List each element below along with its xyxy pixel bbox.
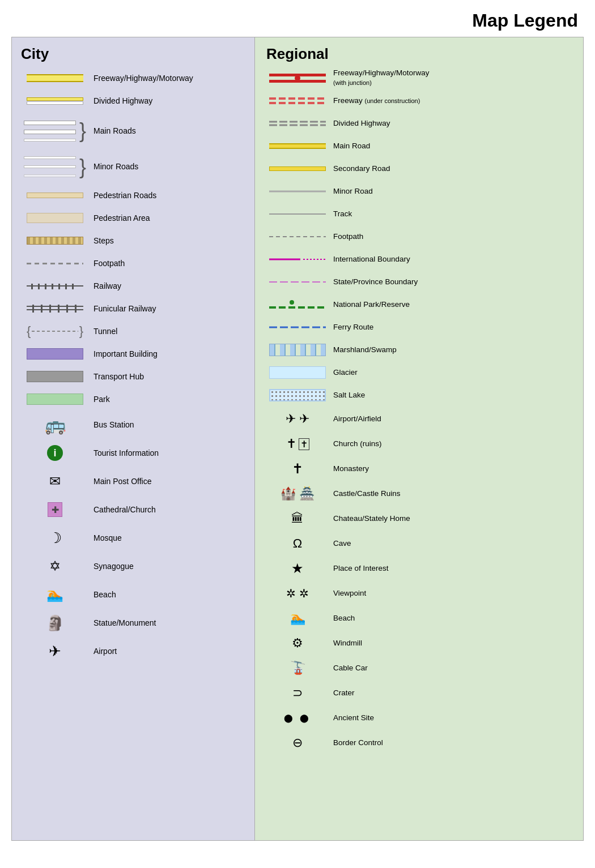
list-item: Track xyxy=(266,204,576,224)
reg-freeway-label: Freeway/Highway/Motorway(with junction) xyxy=(329,69,430,88)
list-item: ✚ Cathedral/Church xyxy=(21,497,248,522)
reg-track-symbol xyxy=(266,212,329,216)
crescent-icon: ☽ xyxy=(38,529,72,547)
list-item: Main Road xyxy=(266,136,576,156)
reg-minor-road-symbol xyxy=(266,190,329,193)
reg-intl-boundary-label: International Boundary xyxy=(329,255,410,264)
list-item: Footpath xyxy=(266,227,576,246)
list-item: National Park/Reserve xyxy=(266,295,576,314)
tourist-info-symbol: i xyxy=(21,445,89,461)
reg-national-park-svg xyxy=(269,300,326,310)
reg-viewpoint-icon: ✲ ✲ xyxy=(286,587,309,600)
reg-footpath-symbol xyxy=(266,235,329,238)
list-item: Freeway (under construction) xyxy=(266,91,576,110)
reg-salt-lake-label: Salt Lake xyxy=(329,391,365,400)
statue-label: Statue/Monument xyxy=(89,618,156,628)
reg-beach-symbol: 🏊 xyxy=(266,611,329,626)
imp-building-symbol xyxy=(21,348,89,360)
park-symbol xyxy=(21,394,89,405)
reg-airport-symbol: ✈ ✈ xyxy=(266,412,329,426)
regional-title: Regional xyxy=(266,45,576,63)
minor-roads-symbol: } xyxy=(21,156,89,177)
reg-track-label: Track xyxy=(329,209,352,219)
star-of-david-icon: ✡ xyxy=(38,558,72,574)
reg-footpath-svg xyxy=(269,235,326,238)
reg-state-boundary-symbol xyxy=(266,280,329,284)
reg-cave-label: Cave xyxy=(329,539,351,549)
beach-city-label: Beach xyxy=(89,590,116,600)
reg-crater-symbol: ⊃ xyxy=(266,686,329,700)
mosque-symbol: ☽ xyxy=(21,529,89,547)
divided-hw-city-label: Divided Highway xyxy=(89,96,152,106)
reg-ferry-svg xyxy=(269,326,326,329)
reg-cave-symbol: Ω xyxy=(266,536,329,551)
list-item: Secondary Road xyxy=(266,159,576,178)
post-office-symbol: ✉ xyxy=(21,473,89,489)
reg-windmill-symbol: ⚙ xyxy=(266,636,329,651)
reg-border-symbol: ⊖ xyxy=(266,736,329,750)
airport-city-icon: ✈ xyxy=(38,643,72,660)
list-item: Pedestrian Roads xyxy=(21,186,248,205)
railway-label: Railway xyxy=(89,281,121,291)
reg-crater-icon: ⊃ xyxy=(292,686,303,700)
list-item: Footpath xyxy=(21,254,248,273)
tunnel-label: Tunnel xyxy=(89,327,117,336)
reg-national-park-label: National Park/Reserve xyxy=(329,300,410,310)
list-item: Park xyxy=(21,390,248,409)
reg-place-label: Place of Interest xyxy=(329,564,389,574)
post-office-label: Main Post Office xyxy=(89,477,151,486)
ped-roads-symbol xyxy=(21,193,89,198)
reg-ferry-label: Ferry Route xyxy=(329,323,373,332)
reg-freeway-uc-label: Freeway (under construction) xyxy=(329,96,420,106)
reg-airport-icon: ✈ ✈ xyxy=(286,412,309,426)
reg-main-road-label: Main Road xyxy=(329,142,370,151)
list-item: } Main Roads xyxy=(21,114,248,148)
freeway-city-symbol xyxy=(21,74,89,82)
reg-castle-label: Castle/Castle Ruins xyxy=(329,489,401,499)
reg-salt-lake-symbol xyxy=(266,389,329,401)
list-item: ✈ Airport xyxy=(21,639,248,664)
reg-crater-label: Crater xyxy=(329,689,355,698)
reg-ancient-icon: ⬤ ⬤ xyxy=(284,713,311,722)
transport-hub-label: Transport Hub xyxy=(89,372,144,382)
mail-icon: ✉ xyxy=(38,473,72,489)
reg-cable-car-icon: 🚡 xyxy=(290,661,305,675)
list-item: { } Tunnel xyxy=(21,322,248,341)
footpath-symbol xyxy=(21,263,89,264)
reg-main-road-symbol xyxy=(266,143,329,149)
page-title: Map Legend xyxy=(0,0,595,37)
reg-cable-car-label: Cable Car xyxy=(329,664,368,673)
svg-rect-2 xyxy=(269,80,326,83)
list-item: Pedestrian Area xyxy=(21,208,248,228)
reg-monastery-icon: ✝ xyxy=(292,461,303,477)
regional-column: Regional Freeway/Highway/Motorway(with j… xyxy=(255,37,584,841)
list-item: International Boundary xyxy=(266,250,576,269)
reg-border-icon: ⊖ xyxy=(292,736,303,750)
reg-church-label: Church (ruins) xyxy=(329,439,382,449)
reg-star-icon: ★ xyxy=(291,561,304,576)
funicular-label: Funicular Railway xyxy=(89,304,156,314)
reg-state-svg xyxy=(269,280,326,284)
reg-cable-car-symbol: 🚡 xyxy=(266,661,329,675)
ped-roads-label: Pedestrian Roads xyxy=(89,191,156,200)
list-item: ✉ Main Post Office xyxy=(21,469,248,494)
reg-chateau-icon: 🏛 xyxy=(291,511,304,526)
reg-state-boundary-label: State/Province Boundary xyxy=(329,277,418,287)
reg-cave-icon: Ω xyxy=(293,536,302,551)
steps-label: Steps xyxy=(89,236,114,246)
ped-area-label: Pedestrian Area xyxy=(89,213,150,223)
tunnel-symbol: { } xyxy=(21,324,89,339)
reg-castle-symbol: 🏰 🏯 xyxy=(266,486,329,501)
reg-airport-label: Airport/Airfield xyxy=(329,414,381,424)
divided-hw-city-symbol xyxy=(21,97,89,105)
bus-station-label: Bus Station xyxy=(89,420,134,430)
statue-symbol: 🗿 xyxy=(21,614,89,632)
reg-glacier-label: Glacier xyxy=(329,368,358,378)
reg-border-label: Border Control xyxy=(329,738,383,748)
railway-symbol xyxy=(21,283,89,289)
list-item: ✡ Synagogue xyxy=(21,554,248,579)
reg-freeway-symbol xyxy=(266,73,329,83)
list-item: ⚙ Windmill xyxy=(266,632,576,654)
reg-national-park-symbol xyxy=(266,300,329,310)
list-item: Important Building xyxy=(21,344,248,364)
